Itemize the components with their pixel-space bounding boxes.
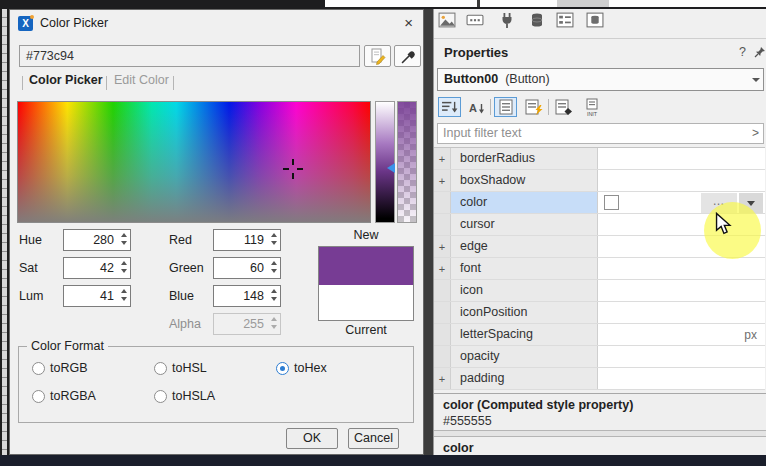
expand-spacer: [434, 214, 451, 235]
panel-separator: [434, 38, 766, 39]
spinner-arrows[interactable]: [271, 261, 277, 273]
property-value-cell[interactable]: px: [598, 324, 765, 345]
show-events-icon[interactable]: [522, 97, 545, 117]
property-label: font: [451, 258, 598, 279]
property-row-icon[interactable]: icon: [434, 280, 765, 302]
edit-hex-button[interactable]: [364, 45, 391, 67]
property-row-iconPosition[interactable]: iconPosition: [434, 302, 765, 324]
spinner-down-icon[interactable]: [121, 269, 127, 273]
spinner-arrows[interactable]: [121, 289, 127, 301]
property-value-cell[interactable]: [598, 170, 765, 191]
color-crosshair[interactable]: [283, 159, 303, 179]
spinner-down-icon[interactable]: [121, 297, 127, 301]
property-row-font[interactable]: +font: [434, 258, 765, 280]
spinner-down-icon[interactable]: [121, 241, 127, 245]
spinner-green[interactable]: 60: [213, 257, 281, 279]
dialog-titlebar[interactable]: X Color Picker ×: [10, 10, 423, 37]
swatch-box: [318, 246, 414, 321]
expand-plus-icon[interactable]: +: [434, 170, 451, 191]
color-picker-dialog: X Color Picker × #773c94 Color Picker Ed…: [9, 9, 424, 455]
property-value-cell[interactable]: [598, 258, 765, 279]
eyedropper-button[interactable]: [394, 45, 421, 67]
spinner-up-icon[interactable]: [271, 233, 277, 237]
image-icon[interactable]: [438, 12, 456, 30]
property-row-boxShadow[interactable]: +boxShadow: [434, 170, 765, 192]
spinner-label: Blue: [169, 289, 213, 303]
grid-layout-icon[interactable]: [556, 12, 574, 30]
radio-label: toHex: [294, 361, 327, 375]
current-color-swatch: [319, 285, 413, 320]
spinner-up-icon[interactable]: [271, 289, 277, 293]
property-value-cell[interactable]: [598, 368, 765, 389]
spinner-blue[interactable]: 148: [213, 285, 281, 307]
property-row-borderRadius[interactable]: +borderRadius: [434, 148, 765, 170]
spinner-up-icon[interactable]: [271, 261, 277, 265]
expand-plus-icon[interactable]: +: [434, 368, 451, 389]
spinner-down-icon[interactable]: [271, 297, 277, 301]
radio-toRGB[interactable]: toRGB: [32, 361, 88, 375]
spinner-arrows[interactable]: [121, 233, 127, 245]
spinner-lum[interactable]: 41: [63, 285, 131, 307]
spinner-up-icon[interactable]: [121, 233, 127, 237]
spinner-arrows[interactable]: [271, 289, 277, 301]
radio-toHSLA[interactable]: toHSLA: [154, 389, 215, 403]
radio-dot: [154, 362, 167, 375]
spinner-arrows[interactable]: [121, 261, 127, 273]
sort-alpha-icon[interactable]: A: [465, 97, 488, 117]
property-row-padding[interactable]: +padding: [434, 368, 765, 390]
show-properties-icon[interactable]: [494, 97, 517, 117]
show-changed-icon[interactable]: [552, 97, 575, 117]
filter-input[interactable]: Input filter text >: [437, 123, 764, 144]
property-value-cell[interactable]: [598, 148, 765, 169]
alpha-slider[interactable]: [397, 101, 417, 223]
property-value-cell[interactable]: [598, 302, 765, 323]
spinner-value: 119: [244, 230, 264, 250]
property-value-cell[interactable]: [598, 280, 765, 301]
widget-selector[interactable]: Button00(Button): [437, 68, 764, 91]
plug-icon[interactable]: [498, 12, 516, 30]
show-init-icon[interactable]: INIT: [580, 97, 603, 117]
hex-color-input[interactable]: #773c94: [19, 45, 360, 67]
expand-plus-icon[interactable]: +: [434, 148, 451, 169]
color-checkbox[interactable]: [604, 195, 619, 210]
radio-toRGBA[interactable]: toRGBA: [32, 389, 96, 403]
spinner-value: 255: [243, 314, 264, 334]
saturation-lightness-area[interactable]: [17, 101, 371, 223]
cancel-button[interactable]: Cancel: [348, 428, 399, 449]
widget-name: Button00: [444, 72, 498, 86]
tab-color-picker[interactable]: Color Picker: [29, 73, 103, 87]
pin-icon[interactable]: [754, 46, 766, 61]
radio-toHex[interactable]: toHex: [276, 361, 327, 375]
spinner-label: Green: [169, 261, 213, 275]
luminance-slider[interactable]: [375, 101, 395, 223]
spinner-hue[interactable]: 280: [63, 229, 131, 251]
eyedropper-icon: [399, 47, 417, 65]
help-icon[interactable]: ?: [739, 45, 746, 59]
property-row-letterSpacing[interactable]: letterSpacingpx: [434, 324, 765, 346]
spinner-down-icon[interactable]: [271, 241, 277, 245]
sort-categorized-icon[interactable]: [438, 97, 461, 117]
ellipsis-box-icon[interactable]: [466, 12, 484, 30]
spinner-down-icon[interactable]: [271, 269, 277, 273]
property-value-cell[interactable]: [598, 346, 765, 367]
database-icon[interactable]: [528, 12, 546, 30]
tab-edit-color[interactable]: Edit Color: [114, 73, 169, 87]
close-icon[interactable]: ×: [404, 14, 413, 31]
spinner-sat[interactable]: 42: [63, 257, 131, 279]
spinner-up-icon[interactable]: [121, 289, 127, 293]
property-row-opacity[interactable]: opacity: [434, 346, 765, 368]
radio-toHSL[interactable]: toHSL: [154, 361, 207, 375]
boxed-database-icon[interactable]: [586, 12, 604, 30]
spinner-up-icon[interactable]: [121, 261, 127, 265]
spinner-arrows[interactable]: [271, 233, 277, 245]
expand-spacer: [434, 324, 451, 345]
spinner-row-sat: Sat42: [19, 257, 131, 279]
filter-chevron-icon: >: [752, 124, 759, 143]
spinner-red[interactable]: 119: [213, 229, 281, 251]
spinner-value: 42: [100, 258, 114, 278]
expand-plus-icon[interactable]: +: [434, 236, 451, 257]
spinner-row-hue: Hue280: [19, 229, 131, 251]
expand-plus-icon[interactable]: +: [434, 258, 451, 279]
luminance-marker-icon[interactable]: [387, 163, 395, 173]
ok-button[interactable]: OK: [286, 428, 338, 449]
